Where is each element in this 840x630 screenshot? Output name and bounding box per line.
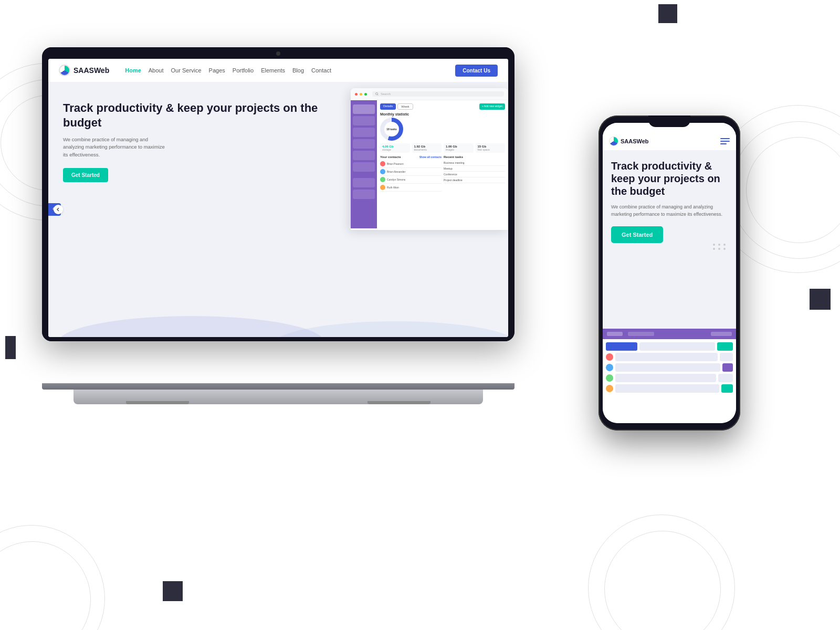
phone-dash-avatar-1 [606, 353, 613, 361]
nav-about[interactable]: About [149, 67, 164, 74]
sidebar-reports[interactable] [353, 178, 375, 187]
phone-dash-row-4 [606, 374, 733, 382]
window-maximize-dot [364, 93, 367, 96]
task-row-1: Business meeting [444, 160, 505, 166]
phone-menu-icon[interactable] [720, 138, 730, 144]
site-nav-links: Home About Our Service Pages Portfolio E… [125, 67, 331, 74]
add-task-button[interactable]: + Add new widget [479, 103, 505, 110]
phone-dash-block-10 [615, 384, 719, 393]
phone-logo-icon [609, 136, 618, 146]
phone-get-started-button[interactable]: Get Started [611, 226, 663, 243]
task-name-1: Business meeting [444, 161, 464, 164]
nav-our-service[interactable]: Our Service [171, 67, 202, 74]
stats-content: 18 tasks [380, 118, 414, 141]
tab-week[interactable]: Week [397, 103, 413, 110]
laptop-bezel: SAASWeb Home About Our Service Pages Por… [42, 47, 514, 341]
phone-dash-block-6 [615, 363, 720, 372]
hero-subtext: We combine practice of managing and anal… [63, 136, 168, 159]
storage-metrics: 4.06 Gb storage 1.92 Gb documents [380, 143, 505, 153]
laptop-foot-left [126, 401, 189, 404]
close-stats-btn[interactable]: × [502, 105, 504, 109]
dashboard-toolbar: Details Week + Add new widget [380, 103, 505, 110]
contact-name-3: Carolyn Simons [387, 178, 405, 181]
task-row-3: Conference [444, 172, 505, 177]
phone-screen: SAASWeb Track productivity & keep your p… [603, 123, 736, 423]
phone-logo: SAASWeb [609, 136, 649, 146]
nav-pages[interactable]: Pages [209, 67, 225, 74]
sidebar-tasks[interactable] [353, 116, 375, 125]
dashboard-main-content: Details Week + Add new widget Monthly st… [377, 100, 508, 228]
nav-elements[interactable]: Elements [261, 67, 285, 74]
get-started-button[interactable]: Get Started [63, 168, 108, 182]
sidebar-overview[interactable] [353, 104, 375, 114]
nav-contact[interactable]: Contact [311, 67, 331, 74]
laptop-screen-content: SAASWeb Home About Our Service Pages Por… [48, 59, 508, 337]
svg-line-2 [377, 94, 379, 96]
avatar-3 [380, 177, 385, 182]
phone-dash-block-8 [615, 374, 716, 382]
laptop-device: SAASWeb Home About Our Service Pages Por… [42, 47, 514, 404]
phone-dash-row-3 [606, 363, 733, 372]
phone-dash-bar-header [603, 329, 736, 339]
tasks-count: 18 tasks [384, 122, 399, 136]
contact-us-button[interactable]: Contact Us [455, 65, 498, 77]
show-all-contacts[interactable]: Show all contacts [419, 155, 442, 159]
phone-dash-row-5 [606, 384, 733, 393]
phone-outer: SAASWeb Track productivity & keep your p… [598, 116, 740, 430]
logo-text: SAASWeb [74, 66, 109, 75]
contact-row-1: Brian Pearson [380, 160, 442, 168]
tasks-table-title: Recent tasks [444, 155, 505, 159]
phone-dash-row-2 [606, 353, 733, 361]
tasks-table: Recent tasks Business meeting Meetup [444, 155, 505, 192]
phone-dash-block-2 [639, 342, 715, 351]
contact-name-4: Ruth Alton [387, 186, 399, 189]
nav-home[interactable]: Home [125, 67, 141, 74]
contact-row-4: Ruth Alton [380, 184, 442, 192]
dashboard-header: Search [351, 88, 508, 100]
phone-notch [648, 116, 690, 127]
sidebar-productivity[interactable] [353, 128, 375, 137]
phone-hero-headline: Track productivity & keep your projects … [611, 160, 728, 197]
logo-icon [59, 65, 70, 76]
task-row-2: Meetup [444, 166, 505, 172]
nav-portfolio[interactable]: Portfolio [233, 67, 254, 74]
sidebar-events[interactable] [353, 139, 375, 149]
dashboard-search[interactable]: Search [372, 91, 504, 97]
avatar-4 [380, 185, 385, 190]
nav-blog[interactable]: Blog [292, 67, 304, 74]
phone-dash-header-bar2 [628, 332, 654, 336]
phone-dash-block-4 [615, 353, 718, 361]
window-close-dot [355, 93, 358, 96]
hero-left-content: Track productivity & keep your projects … [48, 82, 340, 337]
phone-dash-block-5 [720, 353, 733, 361]
site-hero: Track productivity & keep your projects … [48, 82, 508, 337]
contact-row-3: Carolyn Simons [380, 176, 442, 184]
monthly-bar-chart [405, 118, 414, 141]
contacts-table: Your contacts Show all contacts Brian Pe… [380, 155, 442, 192]
dashboard-sidebar [351, 100, 377, 228]
sidebar-more[interactable] [353, 190, 375, 199]
phone-dash-row-1 [606, 342, 733, 351]
contacts-table-title: Your contacts Show all contacts [380, 155, 442, 159]
svg-point-1 [376, 93, 378, 95]
sidebar-support[interactable] [353, 162, 375, 172]
phone-dash-block-9 [718, 374, 733, 382]
phone-dash-block-3 [717, 342, 733, 351]
phone-dash-block-7 [722, 363, 733, 372]
metric-free-space: 15 Gb free space [476, 143, 506, 153]
phone-dash-avatar-4 [606, 385, 613, 392]
hero-headline: Track productivity & keep your projects … [63, 101, 330, 130]
menu-line-2 [720, 141, 730, 142]
task-name-3: Conference [444, 173, 457, 176]
monthly-stats-title: Monthly statistic [380, 112, 505, 116]
phone-hero-subtext: We combine practice of managing and anal… [611, 204, 728, 218]
menu-line-1 [720, 138, 730, 139]
dashboard-body: Details Week + Add new widget Monthly st… [351, 100, 508, 228]
tab-details[interactable]: Details [380, 103, 396, 110]
window-minimize-dot [360, 93, 362, 96]
prev-arrow[interactable] [54, 205, 63, 214]
search-icon [375, 92, 379, 96]
sidebar-outputs[interactable] [353, 151, 375, 160]
site-navigation: SAASWeb Home About Our Service Pages Por… [48, 59, 508, 82]
metric-documents: 1.92 Gb documents [412, 143, 442, 153]
